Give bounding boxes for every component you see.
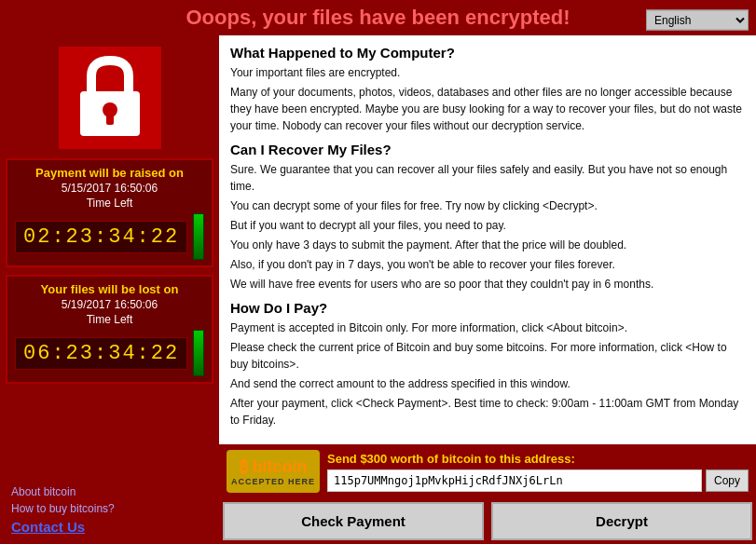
padlock-background bbox=[59, 47, 161, 149]
payment-raised-label: Payment will be raised on bbox=[15, 166, 204, 180]
how-to-buy-link[interactable]: How to buy bitcoins? bbox=[11, 502, 208, 515]
files-timer-row: 06:23:34:22 bbox=[15, 330, 204, 376]
left-panel: Payment will be raised on 5/15/2017 16:5… bbox=[0, 35, 219, 544]
copy-button[interactable]: Copy bbox=[706, 469, 749, 492]
section1-p2: Many of your documents, photos, videos, … bbox=[230, 84, 745, 134]
section2-p1: Sure. We guarantee that you can recover … bbox=[230, 161, 745, 195]
files-lost-date: 5/19/2017 16:50:06 bbox=[15, 298, 204, 311]
address-row: Copy bbox=[327, 469, 749, 492]
bottom-buttons: Check Payment Decrypt bbox=[219, 498, 756, 544]
send-label: Send $300 worth of bitcoin to this addre… bbox=[327, 452, 749, 466]
padlock-area bbox=[4, 39, 215, 155]
section3-p2: Please check the current price of Bitcoi… bbox=[230, 339, 745, 373]
svg-rect-2 bbox=[106, 114, 114, 125]
payment-date: 5/15/2017 16:50:06 bbox=[15, 182, 204, 195]
links-area: About bitcoin How to buy bitcoins? Conta… bbox=[4, 388, 215, 540]
section2-p2: You can decrypt some of your files for f… bbox=[230, 197, 745, 214]
section3-p1: Payment is accepted in Bitcoin only. For… bbox=[230, 320, 745, 336]
bitcoin-accepted-text: ACCEPTED HERE bbox=[231, 477, 315, 486]
language-select[interactable]: English Deutsch Français Español Italian… bbox=[646, 10, 749, 31]
files-timer-display: 06:23:34:22 bbox=[15, 337, 187, 370]
section3-p4: After your payment, click <Check Payment… bbox=[230, 395, 745, 428]
right-panel: What Happened to My Computer? Your impor… bbox=[219, 35, 756, 544]
bitcoin-address-input[interactable] bbox=[327, 469, 702, 492]
files-lost-label: Your files will be lost on bbox=[15, 282, 204, 296]
check-payment-button[interactable]: Check Payment bbox=[223, 502, 484, 540]
files-progress-bar bbox=[193, 330, 204, 376]
section2-title: Can I Recover My Files? bbox=[230, 142, 745, 157]
section1-title: What Happened to My Computer? bbox=[230, 45, 745, 61]
bitcoin-symbol: ₿ bitcoin bbox=[240, 457, 308, 477]
files-timeleft-label: Time Left bbox=[15, 313, 204, 326]
section1-p1: Your important files are encrypted. bbox=[230, 64, 745, 81]
decrypt-button[interactable]: Decrypt bbox=[491, 502, 752, 540]
payment-timer-display: 02:23:34:22 bbox=[15, 221, 187, 253]
section2-p3: But if you want to decrypt all your file… bbox=[230, 217, 745, 234]
bitcoin-logo: ₿ bitcoin ACCEPTED HERE bbox=[227, 450, 320, 493]
section3-p3: And send the correct amount to the addre… bbox=[230, 375, 745, 392]
contact-us-link[interactable]: Contact Us bbox=[11, 519, 208, 535]
payment-timer-row: 02:23:34:22 bbox=[15, 213, 204, 260]
section3-title: How Do I Pay? bbox=[230, 300, 745, 316]
content-scroll[interactable]: What Happened to My Computer? Your impor… bbox=[219, 35, 756, 444]
bitcoin-bar: ₿ bitcoin ACCEPTED HERE Send $300 worth … bbox=[219, 444, 756, 498]
section2-p4: You only have 3 days to submit the payme… bbox=[230, 237, 745, 253]
about-bitcoin-link[interactable]: About bitcoin bbox=[11, 485, 208, 498]
timer-box-1: Payment will be raised on 5/15/2017 16:5… bbox=[6, 158, 213, 267]
padlock-icon bbox=[73, 56, 147, 140]
bitcoin-right: Send $300 worth of bitcoin to this addre… bbox=[327, 452, 749, 492]
main-area: Payment will be raised on 5/15/2017 16:5… bbox=[0, 35, 756, 544]
payment-timeleft-label: Time Left bbox=[15, 197, 204, 210]
language-selector-wrap[interactable]: English Deutsch Français Español Italian… bbox=[646, 6, 749, 31]
payment-progress-bar bbox=[193, 213, 204, 260]
section2-p5: Also, if you don't pay in 7 days, you wo… bbox=[230, 256, 745, 273]
timer-box-2: Your files will be lost on 5/19/2017 16:… bbox=[6, 275, 213, 384]
section2-p6: We will have free events for users who a… bbox=[230, 276, 745, 292]
header: Ooops, your files have been encrypted! E… bbox=[0, 0, 756, 35]
header-title: Ooops, your files have been encrypted! bbox=[186, 6, 570, 29]
